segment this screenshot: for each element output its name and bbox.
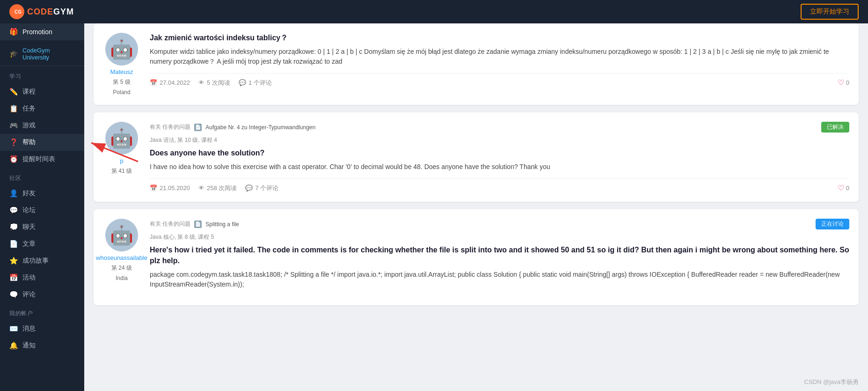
sidebar-university-label: CodeGym University <box>22 47 75 61</box>
post-date-2: 📅 21.05.2020 <box>150 184 190 192</box>
sidebar-events-label: 活动 <box>22 273 36 282</box>
sidebar-item-notifications[interactable]: 🔔 通知 <box>0 337 84 354</box>
svg-text:CG: CG <box>15 9 22 15</box>
sidebar-help-label: 帮助 <box>22 138 36 147</box>
top-navigation: CG CODEGYM 立即开始学习 <box>0 0 868 23</box>
post-body-1: Jak zmienić wartości indeksu tablicy？ Ko… <box>150 33 849 96</box>
post-title-3[interactable]: Here's how i tried yet it failed. The co… <box>150 245 849 266</box>
post-avatar-3: 🤖 whoseunassailable 第 24 级 India <box>103 219 140 296</box>
calendar-icon-2: 📅 <box>150 184 157 192</box>
post-footer-2: 📅 21.05.2020 👁 258 次阅读 💬 7 个评论 ♡ 0 <box>150 178 849 192</box>
main-content: 🤖 Mateusz 第 5 级 Poland Jak zmienić warto… <box>84 23 868 391</box>
sidebar-item-friends[interactable]: 👤 好友 <box>0 185 84 202</box>
articles-icon: 📄 <box>9 240 18 248</box>
sidebar-item-success[interactable]: ⭐ 成功故事 <box>0 252 84 269</box>
post-body-2: 有关 任务的问题 📄 Aufgabe Nr. 4 zu Integer-Typu… <box>150 122 849 192</box>
university-icon: 🎓 <box>9 50 18 58</box>
messages-icon: ✉️ <box>9 325 18 333</box>
logo-icon: CG <box>9 4 24 19</box>
sidebar-section-account: 我的帐户 <box>0 303 84 320</box>
task-icon-3: 📄 <box>194 221 202 228</box>
post-content-1: Komputer widzi tablice jako indeksy/nume… <box>150 47 849 66</box>
sidebar-item-forum[interactable]: 💬 论坛 <box>0 202 84 219</box>
sidebar-messages-label: 消息 <box>22 325 36 333</box>
sidebar-item-university[interactable]: 🎓 CodeGym University <box>0 42 84 66</box>
sidebar-item-messages[interactable]: ✉️ 消息 <box>0 320 84 337</box>
sidebar-item-promotion[interactable]: 🎁 Promotion <box>0 23 84 40</box>
sidebar-item-events[interactable]: 📅 活动 <box>0 269 84 286</box>
sidebar-courses-label: 课程 <box>22 88 36 96</box>
post-views-2: 👁 258 次阅读 <box>198 184 237 192</box>
sidebar-item-courses[interactable]: ✏️ 课程 <box>0 83 84 100</box>
author-level-1: 第 5 级 <box>113 78 130 86</box>
start-learning-button[interactable]: 立即开始学习 <box>801 4 859 20</box>
task-icon-2: 📄 <box>194 124 202 131</box>
task-name-3: Splitting a file <box>205 221 239 228</box>
comments-icon: 🗨️ <box>9 290 18 299</box>
views-icon-1: 👁 <box>198 79 204 86</box>
post-title-1[interactable]: Jak zmienić wartości indeksu tablicy？ <box>150 33 849 43</box>
sidebar-item-chat[interactable]: 💭 聊天 <box>0 219 84 236</box>
sidebar-games-label: 游戏 <box>22 121 36 130</box>
tasks-icon: 📋 <box>9 104 18 113</box>
author-name-1[interactable]: Mateusz <box>110 68 133 75</box>
sidebar-notifications-label: 通知 <box>22 341 36 350</box>
post-card-2: 🤖 p 第 41 级 有关 任务的问题 📄 Aufgabe Nr. 4 zu I… <box>94 112 859 202</box>
logo-text: CODEGYM <box>27 7 74 17</box>
sidebar-schedule-label: 提醒时间表 <box>22 155 55 163</box>
post-card-1: 🤖 Mateusz 第 5 级 Poland Jak zmienić warto… <box>94 23 859 105</box>
post-comments-2: 💬 7 个评论 <box>245 184 278 192</box>
chat-icon: 💭 <box>9 223 18 231</box>
post-meta-3: 有关 任务的问题 📄 Splitting a file 正在讨论 <box>150 219 849 229</box>
courses-icon: ✏️ <box>9 88 18 96</box>
sidebar-friends-label: 好友 <box>22 189 36 198</box>
task-name-2: Aufgabe Nr. 4 zu Integer-Typumwandlungen <box>205 124 315 131</box>
sidebar-forum-label: 论坛 <box>22 206 36 214</box>
post-body-3: 有关 任务的问题 📄 Splitting a file 正在讨论 Java 核心… <box>150 219 849 296</box>
sidebar-item-help[interactable]: ❓ 帮助 <box>0 134 84 151</box>
sidebar-section-study: 学习 <box>0 66 84 83</box>
views-icon-2: 👁 <box>198 184 204 192</box>
success-icon: ⭐ <box>9 257 18 265</box>
like-button-1[interactable]: ♡ 0 <box>838 78 849 87</box>
notifications-icon: 🔔 <box>9 341 18 350</box>
post-footer-1: 📅 27.04.2022 👁 5 次阅读 💬 1 个评论 ♡ 0 <box>150 73 849 87</box>
post-comments-1: 💬 1 个评论 <box>239 79 272 87</box>
comment-icon-2: 💬 <box>245 184 253 192</box>
author-name-3[interactable]: whoseunassailable <box>96 254 147 261</box>
help-icon: ❓ <box>9 138 18 147</box>
avatar-image-1: 🤖 <box>105 33 138 66</box>
sidebar-item-tasks[interactable]: 📋 任务 <box>0 100 84 117</box>
author-country-3: India <box>116 275 128 281</box>
post-meta-2: 有关 任务的问题 📄 Aufgabe Nr. 4 zu Integer-Typu… <box>150 122 849 133</box>
games-icon: 🎮 <box>9 121 18 130</box>
like-button-2[interactable]: ♡ 0 <box>838 184 849 192</box>
sidebar-item-articles[interactable]: 📄 文章 <box>0 236 84 252</box>
post-subtitle-3: Java 核心, 第 8 级, 课程 5 <box>150 233 849 241</box>
avatar-image-3: 🤖 <box>105 219 138 251</box>
watermark: CSDN @java李杨勇 <box>804 378 859 386</box>
author-country-1: Poland <box>113 89 130 96</box>
author-level-3: 第 24 级 <box>111 264 132 272</box>
post-content-2: I have no idea how to solve this exercis… <box>150 162 849 172</box>
comment-icon-1: 💬 <box>239 79 246 86</box>
post-title-2[interactable]: Does anyone have the solution? <box>150 148 849 158</box>
post-content-3: package com.codegym.task.task18.task1808… <box>150 270 849 289</box>
status-badge-2: 已解决 <box>821 122 849 133</box>
sidebar-item-schedule[interactable]: ⏰ 提醒时间表 <box>0 151 84 168</box>
friends-icon: 👤 <box>9 189 18 198</box>
forum-icon: 💬 <box>9 206 18 214</box>
sidebar-item-games[interactable]: 🎮 游戏 <box>0 117 84 134</box>
sidebar-section-community: 社区 <box>0 168 84 185</box>
sidebar-item-promotion-label: Promotion <box>22 28 52 36</box>
logo[interactable]: CG CODEGYM <box>9 4 74 19</box>
sidebar-item-comments[interactable]: 🗨️ 评论 <box>0 286 84 303</box>
post-date-1: 📅 27.04.2022 <box>150 79 190 86</box>
promotion-icon: 🎁 <box>9 28 18 36</box>
events-icon: 📅 <box>9 273 18 282</box>
author-level-2: 第 41 级 <box>111 167 132 175</box>
post-card-3: 🤖 whoseunassailable 第 24 级 India 有关 任务的问… <box>94 209 859 305</box>
sidebar-tasks-label: 任务 <box>22 104 36 113</box>
arrow-indicator <box>87 138 143 168</box>
sidebar-articles-label: 文章 <box>22 240 36 248</box>
